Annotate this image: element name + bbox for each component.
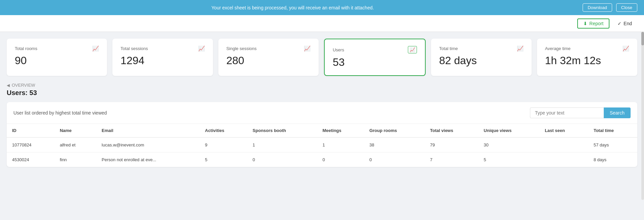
notification-message: Your excel sheet is being processed, you…: [7, 5, 579, 10]
search-area: Search: [530, 107, 631, 118]
stat-value-total-sessions: 1294: [120, 54, 205, 67]
col-header-group-rooms: Group rooms: [364, 124, 425, 137]
table-row: 4530024finnPerson not enrolled at eve...…: [7, 152, 637, 167]
close-button[interactable]: Close: [616, 3, 637, 12]
cell-unique-views: 5: [478, 152, 539, 167]
cell-sponsors-booth: 0: [247, 152, 317, 167]
cell-total-views: 7: [425, 152, 478, 167]
cell-last-seen: [539, 152, 588, 167]
stat-label-single-sessions: Single sessions 📈: [226, 45, 311, 52]
download-button[interactable]: Download: [583, 3, 612, 12]
stat-label-total-sessions: Total sessions 📈: [120, 45, 205, 52]
stat-card-total-time: Total time 📈 82 days: [431, 39, 531, 76]
cell-name: alfred et: [54, 137, 96, 152]
cell-group-rooms: 38: [364, 137, 425, 152]
cell-meetings: 0: [317, 152, 364, 167]
stat-value-total-rooms: 90: [15, 54, 99, 67]
report-label: Report: [589, 21, 603, 26]
table-row: 10770824alfred etlucas.w@inevent.com9113…: [7, 137, 637, 152]
notification-bar: Your excel sheet is being processed, you…: [0, 0, 644, 15]
cell-email: Person not enrolled at eve...: [96, 152, 200, 167]
stat-card-average-time: Average time 📈 1h 32m 12s: [537, 39, 637, 76]
table-header-row: User list ordered by highest total time …: [7, 102, 637, 124]
cell-name: finn: [54, 152, 96, 167]
table-title: User list ordered by highest total time …: [13, 110, 107, 116]
stat-value-single-sessions: 280: [226, 54, 311, 67]
cell-last-seen: [539, 137, 588, 152]
back-arrow-icon: ◀: [7, 83, 10, 88]
chart-icon-total-sessions[interactable]: 📈: [198, 45, 205, 52]
cell-group-rooms: 0: [364, 152, 425, 167]
main-content: Total rooms 📈 90 Total sessions 📈 1294 S…: [0, 32, 644, 174]
col-header-unique-views: Unique views: [478, 124, 539, 137]
breadcrumb-section: ◀ OVERVIEW Users: 53: [7, 83, 637, 97]
cell-id: 10770824: [7, 137, 54, 152]
col-header-last-seen: Last seen: [539, 124, 588, 137]
stat-label-total-time: Total time 📈: [439, 45, 523, 52]
chart-icon-users[interactable]: 📈: [408, 46, 417, 53]
chart-icon-total-rooms[interactable]: 📈: [92, 45, 99, 52]
breadcrumb[interactable]: ◀ OVERVIEW: [7, 83, 637, 88]
cell-email: lucas.w@inevent.com: [96, 137, 200, 152]
check-icon: ✓: [618, 21, 622, 26]
cell-activities: 5: [200, 152, 247, 167]
end-button[interactable]: ✓ End: [612, 19, 637, 28]
stat-card-users: Users 📈 53: [324, 39, 426, 76]
stat-card-total-sessions: Total sessions 📈 1294: [112, 39, 213, 76]
cell-unique-views: 30: [478, 137, 539, 152]
cell-total-time: 57 days: [588, 137, 637, 152]
end-label: End: [624, 21, 632, 26]
col-header-email: Email: [96, 124, 200, 137]
stat-label-total-rooms: Total rooms 📈: [15, 45, 99, 52]
breadcrumb-label: OVERVIEW: [12, 83, 35, 88]
chart-icon-average-time[interactable]: 📈: [623, 45, 629, 52]
col-header-meetings: Meetings: [317, 124, 364, 137]
page-title: Users: 53: [7, 89, 637, 97]
chart-icon-total-time[interactable]: 📈: [517, 45, 524, 52]
col-header-name: Name: [54, 124, 96, 137]
table-header: ID Name Email Activities Sponsors booth …: [7, 124, 637, 137]
col-header-total-time: Total time: [588, 124, 637, 137]
chart-icon-single-sessions[interactable]: 📈: [304, 45, 311, 52]
stat-value-average-time: 1h 32m 12s: [545, 54, 629, 67]
cell-total-time: 8 days: [588, 152, 637, 167]
scrollbar-thumb[interactable]: [641, 32, 644, 45]
stat-value-users: 53: [333, 56, 417, 69]
cell-sponsors-booth: 1: [247, 137, 317, 152]
header-toolbar: ⬇ Report ✓ End: [0, 15, 644, 32]
report-button[interactable]: ⬇ Report: [577, 18, 609, 29]
table-section: User list ordered by highest total time …: [7, 102, 637, 167]
stat-card-total-rooms: Total rooms 📈 90: [7, 39, 107, 76]
search-input[interactable]: [530, 107, 604, 118]
data-table: ID Name Email Activities Sponsors booth …: [7, 124, 637, 167]
col-header-activities: Activities: [200, 124, 247, 137]
download-icon: ⬇: [583, 21, 587, 26]
cell-activities: 9: [200, 137, 247, 152]
search-button[interactable]: Search: [604, 107, 631, 118]
stats-row: Total rooms 📈 90 Total sessions 📈 1294 S…: [7, 39, 637, 76]
stat-label-average-time: Average time 📈: [545, 45, 629, 52]
stat-label-users: Users 📈: [333, 46, 417, 53]
cell-id: 4530024: [7, 152, 54, 167]
stat-value-total-time: 82 days: [439, 54, 523, 67]
col-header-sponsors-booth: Sponsors booth: [247, 124, 317, 137]
cell-meetings: 1: [317, 137, 364, 152]
col-header-total-views: Total views: [425, 124, 478, 137]
cell-total-views: 79: [425, 137, 478, 152]
scrollbar[interactable]: [641, 32, 644, 174]
col-header-id: ID: [7, 124, 54, 137]
stat-card-single-sessions: Single sessions 📈 280: [218, 39, 319, 76]
